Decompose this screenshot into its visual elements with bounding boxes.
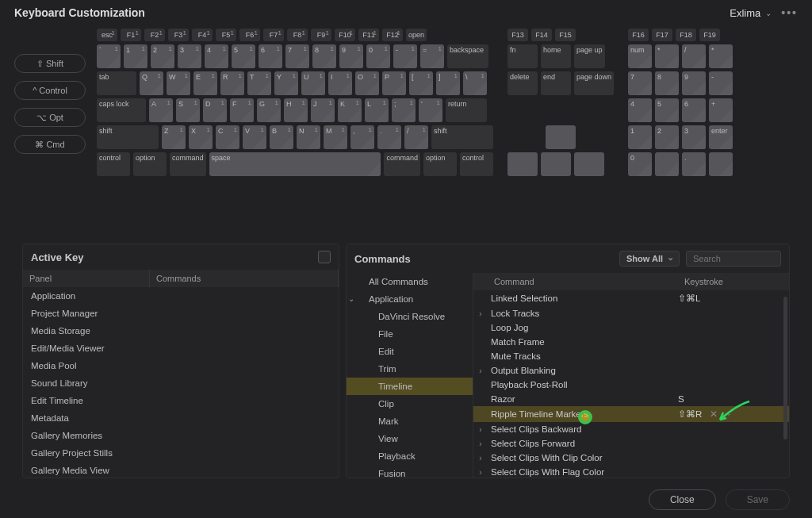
key-delete[interactable]: delete bbox=[508, 71, 538, 95]
key-5[interactable]: 51 bbox=[232, 44, 255, 68]
command-row[interactable]: Loop Jog bbox=[473, 320, 789, 335]
key-command[interactable]: command bbox=[384, 152, 420, 176]
expand-icon[interactable]: › bbox=[473, 309, 488, 318]
key-[interactable]: / bbox=[682, 44, 706, 68]
key-[interactable]: ,1 bbox=[350, 125, 374, 149]
tree-item[interactable]: ⌄Application bbox=[347, 290, 473, 308]
key-control[interactable]: control bbox=[97, 152, 130, 176]
panel-row[interactable]: Media Pool bbox=[23, 357, 339, 374]
key-3[interactable]: 31 bbox=[178, 44, 201, 68]
key-f1[interactable]: F11 bbox=[121, 29, 141, 41]
key-4[interactable]: 4 bbox=[628, 98, 652, 122]
key-end[interactable]: end bbox=[541, 71, 571, 95]
command-row[interactable]: Linked Selection ⇧⌘L bbox=[473, 290, 789, 306]
key-[interactable]: -1 bbox=[393, 44, 417, 68]
tree-item[interactable]: Edit bbox=[347, 343, 473, 360]
key-j[interactable]: J1 bbox=[311, 98, 335, 122]
key-[interactable]: '1 bbox=[419, 98, 442, 122]
key-[interactable]: \1 bbox=[463, 71, 487, 95]
key-esc[interactable]: esc1 bbox=[97, 29, 117, 41]
expand-icon[interactable]: › bbox=[473, 366, 488, 375]
key-blank[interactable] bbox=[709, 152, 733, 176]
key-a[interactable]: A1 bbox=[149, 98, 173, 122]
tree-item[interactable]: Trim bbox=[347, 360, 473, 378]
key-f19[interactable]: F19 bbox=[699, 29, 720, 41]
key-f[interactable]: F1 bbox=[230, 98, 254, 122]
key-p[interactable]: P1 bbox=[382, 71, 406, 95]
key-shift[interactable]: shift bbox=[431, 125, 493, 149]
key-f15[interactable]: F15 bbox=[555, 29, 576, 41]
scrollbar[interactable] bbox=[783, 297, 787, 439]
key-f18[interactable]: F18 bbox=[676, 29, 696, 41]
tree-item[interactable]: Playback bbox=[347, 447, 473, 465]
tree-item[interactable]: Timeline bbox=[347, 378, 473, 395]
save-button[interactable]: Save bbox=[726, 489, 790, 510]
key-capslock[interactable]: caps lock bbox=[97, 98, 146, 122]
expand-icon[interactable]: › bbox=[473, 468, 488, 477]
key-fn[interactable]: fn bbox=[508, 44, 538, 68]
key-command[interactable]: command bbox=[170, 152, 206, 176]
key-blank[interactable] bbox=[655, 152, 679, 176]
more-menu-icon[interactable]: ••• bbox=[781, 6, 798, 19]
expand-icon[interactable]: › bbox=[473, 454, 488, 462]
key-[interactable]: . bbox=[682, 152, 706, 176]
key-enter[interactable]: enter bbox=[709, 125, 733, 149]
key-shift[interactable]: shift bbox=[97, 125, 159, 149]
key-control[interactable]: control bbox=[460, 152, 493, 176]
command-row[interactable]: › Output Blanking bbox=[473, 363, 789, 378]
key-k[interactable]: K1 bbox=[338, 98, 362, 122]
key-h[interactable]: H1 bbox=[284, 98, 308, 122]
key-f10[interactable]: F101 bbox=[335, 29, 355, 41]
key-6[interactable]: 6 bbox=[682, 98, 706, 122]
command-row[interactable]: Match Frame bbox=[473, 335, 789, 349]
key-[interactable]: [1 bbox=[409, 71, 433, 95]
key-s[interactable]: S1 bbox=[176, 98, 200, 122]
panel-row[interactable]: Gallery Memories bbox=[23, 427, 339, 444]
key-0[interactable]: 0 bbox=[628, 152, 652, 176]
key-f9[interactable]: F91 bbox=[311, 29, 331, 41]
key-pageup[interactable]: page up bbox=[574, 44, 605, 68]
key-[interactable]: `1 bbox=[97, 44, 121, 68]
key-f14[interactable]: F14 bbox=[531, 29, 552, 41]
key-m[interactable]: M1 bbox=[324, 125, 347, 149]
key-x[interactable]: X1 bbox=[189, 125, 213, 149]
key-[interactable]: ;1 bbox=[392, 98, 416, 122]
command-row[interactable]: › Select Clips Backward bbox=[473, 422, 789, 436]
panel-row[interactable]: Sound Library bbox=[23, 374, 339, 392]
key-3[interactable]: 3 bbox=[682, 125, 706, 149]
command-row[interactable]: › Lock Tracks bbox=[473, 306, 789, 320]
key-backspace[interactable]: backspace bbox=[447, 44, 488, 68]
key-blank[interactable] bbox=[546, 125, 576, 149]
key-4[interactable]: 41 bbox=[205, 44, 228, 68]
show-all-dropdown[interactable]: Show All bbox=[619, 251, 680, 267]
key-[interactable]: * bbox=[655, 44, 679, 68]
key-b[interactable]: B1 bbox=[270, 125, 293, 149]
shift-modifier-button[interactable]: ⇧ Shift bbox=[14, 54, 86, 73]
panel-row[interactable]: Application bbox=[23, 287, 339, 305]
tree-item[interactable]: DaVinci Resolve bbox=[347, 308, 473, 325]
key-f2[interactable]: F21 bbox=[144, 29, 165, 41]
panel-row[interactable]: Project Manager bbox=[23, 305, 339, 322]
key-f11[interactable]: F111 bbox=[358, 29, 379, 41]
key-tab[interactable]: tab bbox=[97, 71, 136, 95]
clear-keystroke-icon[interactable]: ✕ bbox=[707, 409, 721, 420]
key-z[interactable]: Z1 bbox=[162, 125, 186, 149]
active-key-checkbox[interactable] bbox=[318, 251, 331, 263]
key-q[interactable]: Q1 bbox=[140, 71, 163, 95]
expand-icon[interactable]: › bbox=[473, 439, 488, 448]
panel-row[interactable]: Edit/Media Viewer bbox=[23, 340, 339, 357]
panel-row[interactable]: Metadata bbox=[23, 409, 339, 427]
key-f3[interactable]: F31 bbox=[168, 29, 189, 41]
key-n[interactable]: N1 bbox=[297, 125, 320, 149]
key-c[interactable]: C1 bbox=[216, 125, 239, 149]
key-f8[interactable]: F81 bbox=[287, 29, 308, 41]
command-row[interactable]: Mute Tracks bbox=[473, 349, 789, 363]
key-6[interactable]: 61 bbox=[259, 44, 282, 68]
key-blank[interactable] bbox=[508, 152, 538, 176]
key-f4[interactable]: F41 bbox=[192, 29, 213, 41]
command-row[interactable]: › Select Clips Forward bbox=[473, 436, 789, 451]
key-8[interactable]: 8 bbox=[655, 71, 679, 95]
opt-modifier-button[interactable]: ⌥ Opt bbox=[14, 108, 86, 127]
key-8[interactable]: 81 bbox=[312, 44, 336, 68]
command-row[interactable]: › Select Clips With Clip Color bbox=[473, 451, 789, 465]
